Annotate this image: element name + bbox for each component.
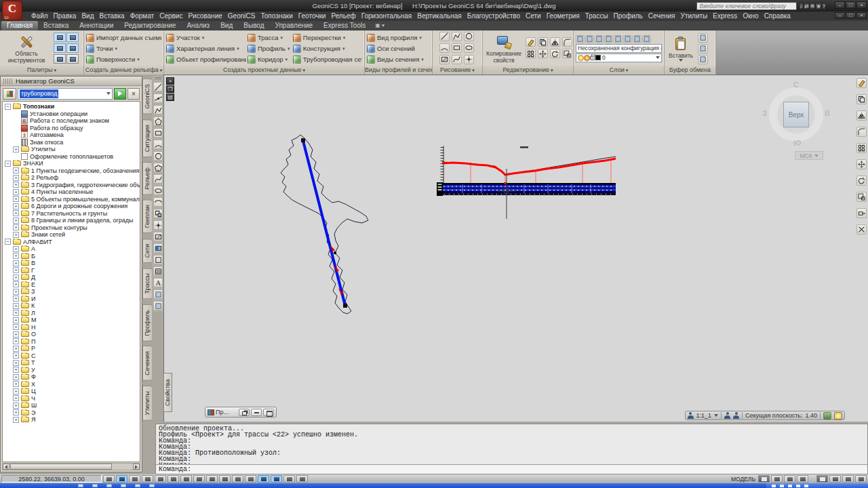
minimized-drawing-window[interactable]: Пр... [205,407,277,418]
tree-node[interactable]: +Т [3,359,140,367]
tree-node[interactable]: +1 Пункты геодезические, обозначения выс… [3,167,140,175]
palette-title-bar[interactable]: Навигатор GeoniCS [1,77,142,86]
tree-node[interactable]: +6 Дороги и дорожные сооружения [3,203,140,210]
menu-item[interactable]: Сечения [646,12,678,21]
match-properties-button[interactable]: Копирование свойств [485,33,523,64]
expand-icon[interactable]: + [13,303,19,309]
tree-node[interactable]: −Топознаки [3,103,140,110]
layer-properties-icon[interactable] [576,35,585,43]
command-prompt[interactable]: Команда: [156,464,867,474]
fillet-icon[interactable] [562,37,572,47]
paste-block-icon[interactable] [698,55,708,64]
ribbon-tab[interactable]: Express Tools [318,21,371,30]
inquiry-toggle-button[interactable] [54,54,66,64]
xline-icon[interactable] [153,94,163,103]
erase-icon[interactable] [526,37,536,47]
tree-node[interactable]: +Я [3,416,140,424]
measure-icon[interactable] [153,301,163,310]
menu-item[interactable]: Вид [79,12,96,21]
survey-toggle-button[interactable] [66,33,79,42]
expand-icon[interactable]: + [13,395,19,401]
tree-node[interactable]: +У [3,367,140,374]
collapse-icon[interactable]: − [5,104,11,110]
ribbon-item[interactable]: Объект профилирования▾ [166,54,246,64]
layer-lock-icon[interactable] [623,35,632,43]
scale-icon[interactable] [856,192,867,202]
viewport-close-icon[interactable]: × [166,77,174,85]
quick-properties-toggle[interactable] [258,475,269,483]
chevron-down-icon[interactable]: ▾ [421,57,424,62]
tree-node[interactable]: Работа по образцу [3,125,140,132]
scale-icon[interactable] [562,49,572,58]
tree-node[interactable]: +К [3,302,140,310]
ribbon-tab[interactable]: Аннотации [74,21,119,30]
transparency-toggle[interactable] [245,475,256,483]
restore-button[interactable]: □ [846,1,856,9]
menu-item[interactable]: Справка [762,12,793,21]
annotation-monitor-toggle[interactable] [283,475,295,483]
menu-item[interactable]: Геометрия [544,12,583,21]
rectangle-icon[interactable] [452,43,462,53]
expand-icon[interactable]: + [13,210,19,216]
toolspace-toggle-button[interactable] [54,33,66,42]
lighting-icon[interactable] [834,412,842,420]
tree-node[interactable]: +Ш [3,402,140,409]
infer-constraints-toggle[interactable] [103,475,115,483]
model-tab-button[interactable] [758,475,770,483]
rotate-icon[interactable] [550,49,560,58]
viewcube-south[interactable]: Ю [793,139,801,147]
copy-clip-icon[interactable] [698,44,708,54]
move-icon[interactable] [856,159,867,169]
chevron-down-icon[interactable] [106,92,111,95]
annotation-scale-value[interactable]: 1:1_1 [696,412,712,419]
viewport-menu-icon[interactable]: ▤ [166,94,174,101]
palette-tab-рельеф[interactable]: Рельеф [142,162,152,195]
menu-item[interactable]: Express [710,12,740,21]
tree-node[interactable]: +В [3,260,140,267]
chevron-down-icon[interactable]: ▾ [419,35,422,41]
mirror-icon[interactable] [550,37,560,47]
layer-states-icon[interactable] [585,35,594,43]
tree-node[interactable]: Установки операции [3,110,140,118]
ribbon-tab[interactable]: Вывод [238,21,269,30]
expand-icon[interactable]: + [13,196,19,202]
text-icon[interactable]: A [153,278,163,287]
polar-tracking-toggle[interactable] [155,475,166,483]
tree-node[interactable]: +А [3,245,140,253]
doc-restore-button[interactable]: □ [846,12,856,19]
tree-node[interactable]: +5 Объекты промышленные, коммунальные и … [3,196,140,203]
expand-icon[interactable]: + [13,360,19,366]
annotation-autoscale-icon[interactable] [733,412,739,419]
palette-clear-button[interactable]: × [127,88,140,100]
drag-grip-icon[interactable] [3,79,13,84]
dynamic-input-toggle[interactable] [219,475,231,483]
layer-isolate-icon[interactable] [595,35,604,43]
line-icon[interactable] [439,32,450,41]
palette-filter-button[interactable] [3,88,16,100]
panel-caption-terrain[interactable]: Создать данные рельефа [84,66,163,75]
tree-node[interactable]: −АЛФАВИТ [3,239,140,246]
layer-lock-icon[interactable] [590,56,595,60]
expand-icon[interactable]: + [13,352,19,359]
layer-match-icon[interactable] [633,35,642,43]
expand-icon[interactable]: + [13,224,19,230]
current-layer-dropdown[interactable]: 0 [576,54,662,62]
expand-icon[interactable]: + [13,331,19,338]
palette-tab-ситуация[interactable]: Ситуация [142,119,152,157]
array-icon[interactable] [856,143,867,153]
minimize-button[interactable]: – [835,1,845,9]
grid-display-toggle[interactable] [129,475,140,483]
menu-item[interactable]: Благоустройство [465,12,523,21]
circle-icon[interactable] [464,32,474,41]
ellipse-icon[interactable] [464,43,474,53]
ribbon-item[interactable]: Коридор▾ [248,54,292,64]
tree-node[interactable]: +7 Растительность и грунты [3,210,140,218]
chevron-down-icon[interactable]: ▾ [115,46,118,52]
tree-node[interactable]: +4 Пункты населенные [3,188,140,196]
mini-maximize-icon[interactable] [263,409,274,416]
ortho-toggle[interactable] [142,475,153,483]
menu-item[interactable]: Файл [28,12,51,21]
menu-item[interactable]: Правка [51,12,79,21]
palette-tab-трассы[interactable]: Трассы [142,268,152,299]
tree-node[interactable]: +Ф [3,373,140,381]
